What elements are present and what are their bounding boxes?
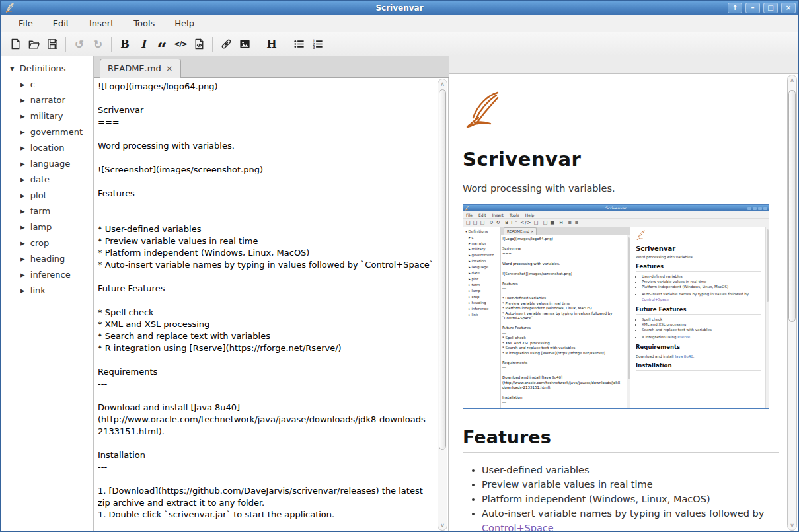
mini-menu-item: File bbox=[466, 213, 473, 217]
menu-file[interactable]: File bbox=[9, 16, 43, 31]
editor-scrollbar[interactable]: ∧ ∨ bbox=[438, 79, 447, 531]
mini-future-item: XML and XSL processing bbox=[642, 322, 761, 327]
scroll-down-icon[interactable]: ∨ bbox=[788, 521, 796, 529]
tree-item[interactable]: ▸ location bbox=[1, 140, 93, 156]
heading-button[interactable]: H bbox=[262, 35, 281, 54]
shade-button[interactable]: ↑ bbox=[728, 3, 742, 13]
toolbar-separator bbox=[258, 37, 258, 52]
toolbar: ↺ ↻ B I “ </> H 123 bbox=[1, 32, 798, 56]
mini-requirements-text: Download and install Java 8u40. bbox=[636, 354, 761, 358]
toolbar-separator bbox=[212, 37, 213, 52]
scrollbar-thumb[interactable] bbox=[439, 89, 446, 450]
menu-tools[interactable]: Tools bbox=[124, 16, 165, 31]
mini-menu-item: Edit bbox=[478, 213, 486, 217]
tree-item[interactable]: ▸ narrator bbox=[1, 93, 93, 108]
tree-item[interactable]: ▸ plot bbox=[1, 188, 93, 204]
mini-tree-item: ▸ date bbox=[465, 270, 500, 276]
mini-titlebar: Scrivenvar bbox=[463, 205, 769, 211]
tab-strip: README.md × bbox=[94, 56, 449, 78]
tab-close-icon[interactable]: × bbox=[166, 63, 173, 73]
code-file-icon bbox=[193, 38, 206, 50]
tree-item[interactable]: ▸ military bbox=[1, 108, 93, 124]
tree-item[interactable]: ▸ c bbox=[1, 77, 93, 93]
mini-sidebar: ▾ Definitions ▸ c▸ narrator▸ military▸ g… bbox=[463, 227, 501, 408]
maximize-button[interactable]: □ bbox=[763, 3, 778, 13]
app-window: Scrivenvar ↑ – □ × File Edit Insert Tool… bbox=[0, 0, 799, 532]
menu-edit[interactable]: Edit bbox=[43, 16, 79, 31]
app-feather-icon bbox=[5, 2, 16, 13]
tree-item[interactable]: ▸ date bbox=[1, 172, 93, 188]
mini-feature-item: Auto-insert variable names by typing in … bbox=[642, 291, 761, 302]
open-file-button[interactable] bbox=[24, 35, 43, 54]
bullet-list-button[interactable] bbox=[289, 35, 308, 54]
tree-item[interactable]: ▸ government bbox=[1, 124, 93, 140]
save-icon bbox=[46, 38, 59, 50]
mini-requirements-heading: Requirements bbox=[636, 344, 761, 352]
mini-tree-item: ▸ government bbox=[465, 252, 500, 258]
close-button[interactable]: × bbox=[781, 3, 796, 13]
main-area: ▾ Definitions ▸ c▸ narrator▸ military▸ g… bbox=[1, 56, 798, 531]
mini-future-item: Spell check bbox=[642, 317, 761, 322]
minimize-button[interactable]: – bbox=[745, 3, 760, 13]
mini-tree-item: ▸ plot bbox=[465, 276, 500, 282]
text-caret bbox=[98, 81, 98, 91]
bullet-list-icon bbox=[293, 38, 305, 50]
image-button[interactable] bbox=[235, 35, 254, 54]
menu-help[interactable]: Help bbox=[165, 16, 204, 31]
new-file-button[interactable] bbox=[6, 35, 24, 54]
bold-button[interactable]: B bbox=[116, 35, 134, 54]
features-heading: Features bbox=[463, 427, 779, 447]
tree-item[interactable]: ▸ inference bbox=[1, 267, 93, 283]
numbered-list-icon: 123 bbox=[311, 38, 324, 50]
tree-item[interactable]: ▸ link bbox=[1, 283, 93, 299]
save-button[interactable] bbox=[43, 35, 61, 54]
mini-toolbar-icons: □ □ □ ↺ ↻ B I “ </> □ □ ▦ H ≡ ≡ bbox=[463, 219, 769, 227]
mini-preview-scrollbar bbox=[765, 227, 769, 408]
definitions-sidebar: ▾ Definitions ▸ c▸ narrator▸ military▸ g… bbox=[1, 56, 94, 531]
preview-content: Scrivenvar Word processing with variable… bbox=[449, 74, 786, 531]
heading-rule bbox=[463, 452, 779, 453]
link-button[interactable] bbox=[217, 35, 235, 54]
tree-children: ▸ c▸ narrator▸ military▸ government▸ loc… bbox=[1, 77, 93, 299]
screenshot-image: Scrivenvar File Edit Insert Tools Help □… bbox=[463, 204, 769, 409]
italic-button[interactable]: I bbox=[134, 35, 153, 54]
mini-preview-title: Scrivenvar bbox=[636, 245, 761, 252]
scroll-down-icon[interactable]: ∨ bbox=[438, 521, 447, 529]
undo-button[interactable]: ↺ bbox=[70, 35, 89, 54]
markdown-editor[interactable]: ![Logo](images/logo64.png) Scrivenvar ==… bbox=[94, 78, 437, 531]
tree-root-definitions[interactable]: ▾ Definitions bbox=[1, 60, 93, 77]
mini-tree-item: ▸ farm bbox=[465, 282, 500, 288]
tab-readme[interactable]: README.md × bbox=[100, 59, 181, 78]
tree-item[interactable]: ▸ farm bbox=[1, 204, 93, 219]
scrollbar-thumb[interactable] bbox=[788, 90, 796, 322]
feature-item: Auto-insert variable names by typing in … bbox=[482, 506, 779, 531]
editor-pane: README.md × ![Logo](images/logo64.png) S… bbox=[94, 56, 449, 531]
mini-tree-item: ▸ location bbox=[465, 258, 500, 264]
tree-item[interactable]: ▸ crop bbox=[1, 235, 93, 251]
quote-icon: “ bbox=[157, 46, 167, 52]
preview-scrollbar[interactable]: ∧ ∨ bbox=[787, 75, 797, 531]
menubar: File Edit Insert Tools Help bbox=[1, 15, 798, 32]
mini-feature-item: Platform independent (Windows, Linux, Ma… bbox=[642, 284, 761, 289]
mini-editor-text: ![Logo](images/logo64.png) Scrivenvar ==… bbox=[501, 235, 627, 408]
mini-editor-scrollbar bbox=[627, 235, 630, 408]
tree-item[interactable]: ▸ lamp bbox=[1, 219, 93, 235]
code-block-button[interactable] bbox=[190, 35, 208, 54]
scroll-up-icon[interactable]: ∧ bbox=[438, 80, 447, 88]
menu-insert[interactable]: Insert bbox=[79, 16, 124, 31]
mini-installation-heading: Installation bbox=[636, 362, 761, 371]
scroll-up-icon[interactable]: ∧ bbox=[788, 76, 796, 84]
inline-code-button[interactable]: </> bbox=[171, 35, 190, 54]
tree-item[interactable]: ▸ heading bbox=[1, 251, 93, 267]
tree-item[interactable]: ▸ language bbox=[1, 156, 93, 172]
mini-feature-item: Preview variable values in real time bbox=[642, 279, 761, 284]
redo-button[interactable]: ↻ bbox=[89, 35, 107, 54]
mini-tree-item: ▸ heading bbox=[465, 300, 500, 306]
feature-item: User-defined variables bbox=[482, 463, 779, 477]
mini-preview-tagline: Word processing with variables. bbox=[636, 255, 761, 259]
blockquote-button[interactable]: “ bbox=[153, 35, 171, 54]
mini-tree-item: ▸ inference bbox=[465, 306, 500, 312]
preview-pane: Scrivenvar Word processing with variable… bbox=[449, 73, 798, 531]
svg-text:3: 3 bbox=[312, 46, 315, 50]
numbered-list-button[interactable]: 123 bbox=[308, 35, 326, 54]
